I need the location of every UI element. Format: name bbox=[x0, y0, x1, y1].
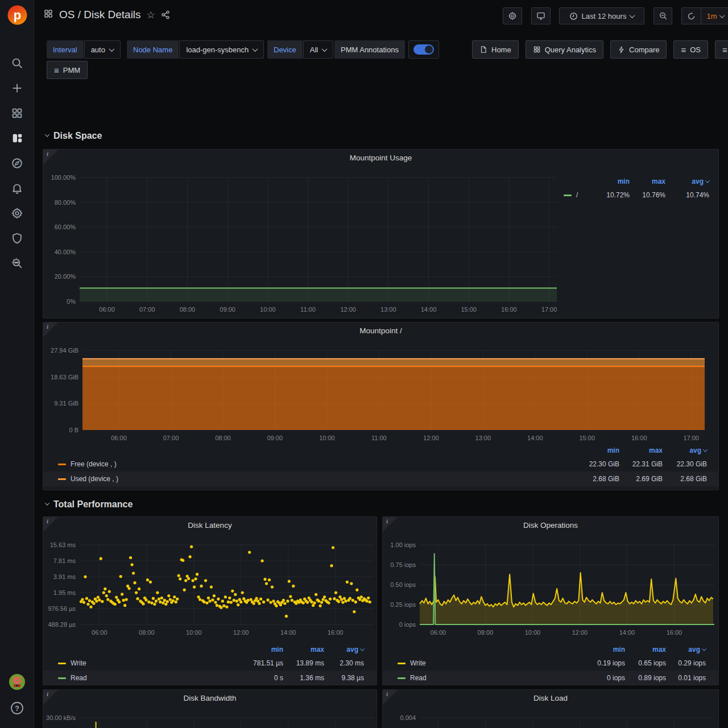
legend-col-min[interactable]: min bbox=[581, 646, 625, 653]
time-range-picker[interactable]: Last 12 hours bbox=[559, 7, 644, 24]
chart-canvas[interactable]: 27.94 GiB18.63 GiB9.31 GiB0 B06:0007:000… bbox=[43, 322, 719, 445]
share-icon[interactable] bbox=[161, 10, 170, 19]
svg-text:488.28 µs: 488.28 µs bbox=[48, 621, 76, 628]
panel-legend: min max avg Write 0.19 iops 0.65 iops 0.… bbox=[383, 643, 718, 685]
interval-select[interactable]: auto bbox=[84, 40, 121, 59]
svg-text:10:00: 10:00 bbox=[319, 435, 335, 441]
section-total-performance[interactable]: Total Performance bbox=[46, 499, 133, 510]
sidebar: p bbox=[0, 0, 34, 728]
refresh-button[interactable] bbox=[682, 8, 701, 24]
link-home-label: Home bbox=[491, 46, 511, 54]
legend-series[interactable]: Write bbox=[58, 659, 239, 667]
explore-compass-icon[interactable] bbox=[11, 157, 23, 169]
svg-text:10:00: 10:00 bbox=[260, 306, 276, 313]
search-icon[interactable] bbox=[11, 57, 23, 69]
configuration-gear-icon[interactable] bbox=[11, 207, 23, 220]
svg-text:60.00%: 60.00% bbox=[55, 224, 76, 230]
chevron-down-icon bbox=[45, 132, 49, 136]
device-select[interactable]: All bbox=[303, 40, 333, 59]
link-services[interactable]: ≡ Services bbox=[715, 40, 728, 59]
help-icon[interactable]: ? bbox=[10, 701, 24, 715]
legend-series[interactable]: Free (device , ) bbox=[58, 460, 568, 468]
svg-text:06:00: 06:00 bbox=[111, 435, 127, 441]
svg-text:0.50 iops: 0.50 iops bbox=[390, 581, 416, 588]
section-disk-space[interactable]: Disk Space bbox=[46, 131, 102, 141]
query-analytics-icon[interactable] bbox=[11, 257, 23, 270]
svg-text:30.00 kB/s: 30.00 kB/s bbox=[46, 714, 76, 721]
link-pmm[interactable]: ≡ PMM bbox=[47, 61, 88, 79]
panel-legend: min max avg Write 781.51 µs 13.89 ms 2.3… bbox=[43, 643, 377, 685]
chart-canvas[interactable]: 30.00 kB/s bbox=[43, 690, 377, 728]
pmm-annotations-label: PMM Annotations bbox=[334, 40, 405, 59]
link-os[interactable]: ≡ OS bbox=[673, 40, 708, 59]
dashboards-grid-icon[interactable] bbox=[11, 107, 23, 119]
svg-text:07:00: 07:00 bbox=[139, 306, 155, 313]
legend-series[interactable]: Write bbox=[398, 659, 581, 667]
chart-canvas[interactable]: 100.00%80.00%60.00%40.00%20.00%0%06:0007… bbox=[43, 150, 566, 318]
cycle-view-mode-button[interactable] bbox=[531, 7, 551, 24]
svg-text:12:00: 12:00 bbox=[340, 306, 356, 313]
svg-text:976.56 µs: 976.56 µs bbox=[48, 605, 76, 612]
chevron-down-icon bbox=[322, 46, 328, 52]
panel-disk-operations: i Disk Operations 1.00 iops0.75 iops0.50… bbox=[382, 516, 719, 685]
link-query-analytics[interactable]: Query Analytics bbox=[526, 40, 603, 59]
legend-series[interactable]: / bbox=[564, 191, 589, 199]
legend-col-min[interactable]: min bbox=[239, 646, 283, 653]
main-content: OS / Disk Details ☆ Last 12 hours 1m bbox=[34, 0, 728, 728]
chart-canvas[interactable]: 15.63 ms7.81 ms3.91 ms1.95 ms976.56 µs48… bbox=[43, 517, 377, 639]
page-title[interactable]: OS / Disk Details bbox=[59, 9, 141, 21]
avatar[interactable] bbox=[9, 673, 26, 690]
legend-series[interactable]: Used (device , ) bbox=[58, 475, 568, 483]
svg-text:07:00: 07:00 bbox=[163, 435, 179, 441]
legend-col-avg[interactable]: avg bbox=[665, 177, 709, 185]
device-filter: Device All bbox=[267, 40, 333, 59]
legend-col-avg[interactable]: avg bbox=[663, 446, 707, 454]
svg-text:0%: 0% bbox=[67, 298, 76, 305]
sort-chevron-icon bbox=[702, 646, 706, 651]
pmm-annotations-toggle[interactable] bbox=[408, 40, 439, 59]
new-plus-icon[interactable] bbox=[11, 82, 23, 94]
svg-text:9.31 GiB: 9.31 GiB bbox=[54, 400, 78, 407]
pmm-dashboards-icon[interactable] bbox=[11, 132, 23, 144]
node-name-select[interactable]: load-gen-sysbench bbox=[179, 40, 264, 59]
legend-series[interactable]: Read bbox=[398, 674, 581, 682]
chart-canvas[interactable]: 1.00 iops0.75 iops0.50 iops0.25 iops0 io… bbox=[383, 517, 719, 639]
legend-col-max[interactable]: max bbox=[619, 446, 663, 454]
dashboard-settings-button[interactable] bbox=[503, 7, 522, 24]
legend-col-avg[interactable]: avg bbox=[666, 646, 706, 653]
legend-series[interactable]: Read bbox=[58, 674, 239, 682]
star-icon[interactable]: ☆ bbox=[147, 10, 155, 20]
legend-row: / 10.72% 10.76% 10.74% bbox=[564, 188, 709, 202]
svg-text:16:00: 16:00 bbox=[328, 629, 344, 636]
legend-col-max[interactable]: max bbox=[283, 646, 324, 653]
svg-text:3.91 ms: 3.91 ms bbox=[53, 573, 76, 580]
zoom-out-button[interactable] bbox=[653, 7, 672, 24]
panel-mountpoint-usage: i Mountpoint Usage 100.00%80.00%60.00%40… bbox=[43, 149, 719, 318]
legend-col-min[interactable]: min bbox=[589, 177, 630, 185]
sidebar-bottom: ? bbox=[0, 673, 34, 715]
svg-text:100.00%: 100.00% bbox=[51, 174, 76, 181]
panel-disk-bandwidth: i Disk Bandwidth 30.00 kB/s bbox=[43, 689, 377, 728]
svg-text:10:00: 10:00 bbox=[525, 629, 541, 636]
svg-text:08:00: 08:00 bbox=[478, 629, 494, 636]
legend-col-avg[interactable]: avg bbox=[324, 646, 364, 653]
link-home[interactable]: Home bbox=[472, 40, 519, 59]
svg-text:0 iops: 0 iops bbox=[399, 621, 416, 628]
refresh-interval-dropdown[interactable]: 1m bbox=[701, 8, 728, 24]
legend-col-min[interactable]: min bbox=[568, 446, 619, 454]
link-compare[interactable]: Compare bbox=[610, 40, 667, 59]
home-doc-icon bbox=[479, 46, 487, 53]
svg-text:06:00: 06:00 bbox=[99, 306, 115, 313]
menu-icon: ≡ bbox=[722, 46, 727, 54]
percona-logo[interactable]: p bbox=[7, 5, 28, 26]
legend-col-max[interactable]: max bbox=[630, 177, 665, 185]
chart-canvas[interactable]: 0.004 bbox=[383, 690, 719, 728]
legend-col-max[interactable]: max bbox=[625, 646, 666, 653]
svg-text:0.75 iops: 0.75 iops bbox=[390, 561, 416, 568]
node-name-filter: Node Name load-gen-sysbench bbox=[127, 40, 264, 59]
dashboards-breadcrumb-icon[interactable] bbox=[43, 9, 53, 21]
server-admin-shield-icon[interactable] bbox=[11, 232, 23, 245]
alerting-bell-icon[interactable] bbox=[11, 182, 23, 195]
panel-mountpoint-root: i Mountpoint / 27.94 GiB18.63 GiB9.31 Gi… bbox=[43, 322, 719, 490]
grafana-dashboard: p bbox=[0, 0, 728, 728]
